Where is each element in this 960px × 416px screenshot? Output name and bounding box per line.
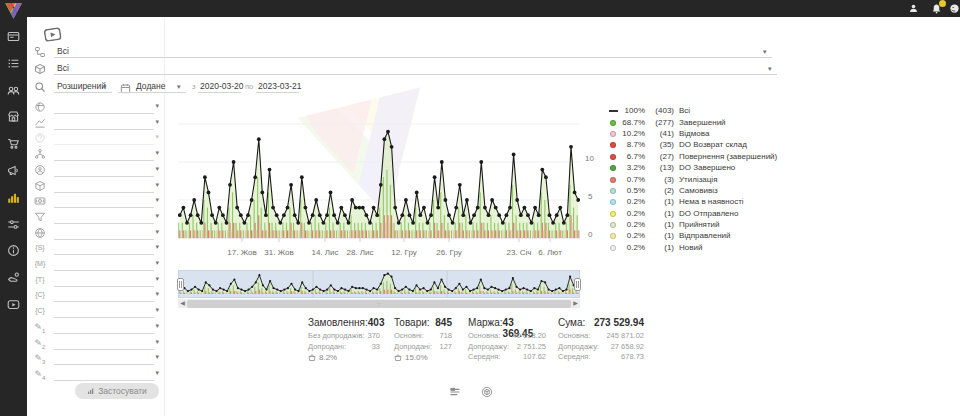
legend-count: (3): [645, 175, 674, 184]
legend-count: (1): [645, 197, 674, 206]
legend-item[interactable]: 100%(403)Всі: [609, 105, 784, 116]
legend-item[interactable]: 0.2%(1)DO Отправлено: [609, 208, 784, 219]
stats-column: Сума:273 529.94Основна:245 871.02Допрода…: [558, 317, 644, 363]
utm-campaign-filter-icon: {С}: [34, 289, 46, 301]
sidebar-item-analytics-icon[interactable]: [7, 191, 20, 204]
legend-dot-marker: [609, 220, 618, 229]
x-axis-tick-label: 26. Гру: [436, 248, 462, 257]
sidebar-item-customers-icon[interactable]: [7, 84, 20, 97]
legend-item[interactable]: 3.2%(13)DO Завершено: [609, 162, 784, 173]
chevron-down-icon: ▾: [103, 83, 107, 91]
sidebar-item-purchases-icon[interactable]: [7, 137, 20, 150]
video-help-icon[interactable]: [43, 26, 62, 41]
legend-item[interactable]: 0.5%(2)Самовивіз: [609, 185, 784, 196]
x-axis-tick-label: 6. Лют: [538, 248, 562, 257]
scroll-right-arrow[interactable]: ▶: [571, 299, 580, 308]
legend-item[interactable]: 68.7%(277)Завершений: [609, 116, 784, 127]
stage-filter-select[interactable]: [54, 116, 154, 130]
payment-filter-select[interactable]: [54, 194, 154, 208]
x-axis-tick-label: 28. Лис: [346, 248, 373, 257]
custom-field-2-filter-select[interactable]: [54, 336, 154, 350]
legend-item[interactable]: 0.2%(1)Новий: [609, 242, 784, 253]
stats-sub-value: 678.73: [621, 352, 644, 363]
legend-item[interactable]: 0.2%(1)Прийнятий: [609, 219, 784, 230]
stats-main-label: Товари:: [394, 317, 430, 331]
manager-filter-select[interactable]: [54, 163, 154, 177]
stats-sub-value: 27 658.92: [611, 342, 644, 353]
sidebar-item-store-icon[interactable]: [7, 110, 20, 123]
website-filter-select[interactable]: [54, 226, 154, 240]
user-icon[interactable]: [908, 3, 919, 14]
search-mode-value: Розширений: [57, 81, 106, 91]
brand-logo[interactable]: [4, 2, 23, 17]
legend-count: (1): [645, 209, 674, 218]
sidebar-item-partners-icon[interactable]: [7, 271, 20, 284]
utm-term-filter-icon: {T}: [34, 274, 46, 286]
search-icon: [34, 79, 46, 91]
custom-field-3-filter-select[interactable]: [54, 351, 154, 365]
orders-chart[interactable]: [178, 99, 580, 243]
legend-item[interactable]: 10.2%(41)Відмова: [609, 128, 784, 139]
stats-sub-label: Основна:: [468, 331, 500, 342]
product-group-select[interactable]: [54, 61, 777, 75]
sidebar-item-automation-icon[interactable]: [7, 218, 20, 231]
products-toggle-icon[interactable]: [481, 384, 493, 396]
stats-main: Замовлення:403: [308, 317, 380, 331]
stats-sub-row: Без допродажів:370: [308, 331, 380, 342]
apply-chart-icon: [87, 387, 95, 395]
stats-sub-row: Допродажу:2 751.25: [468, 342, 546, 353]
utm-content-filter-select[interactable]: [54, 304, 154, 318]
legend-count: (1): [645, 243, 674, 252]
utm-campaign-filter: {С}▾: [27, 288, 164, 303]
custom-field-4-filter-select[interactable]: [54, 367, 154, 381]
chart-range-navigator[interactable]: [178, 270, 580, 298]
sidebar-item-dashboard-icon[interactable]: [7, 30, 20, 43]
sidebar-item-tutorials-icon[interactable]: [7, 298, 20, 311]
legend-item[interactable]: 8.7%(35)DO Возврат склад: [609, 139, 784, 150]
stats-sub-value: 33: [372, 342, 380, 353]
utm-term-filter-select[interactable]: [54, 273, 154, 287]
utm-source-filter-select[interactable]: [54, 241, 154, 255]
topbar: [0, 0, 960, 17]
scrollbar-thumb[interactable]: ∷: [187, 300, 571, 308]
status-group-select[interactable]: [54, 44, 772, 58]
utm-campaign-filter-select[interactable]: [54, 288, 154, 302]
navigator-right-handle[interactable]: [574, 278, 581, 291]
funnel-filter-select[interactable]: [54, 210, 154, 224]
legend-percent: 3.2%: [618, 163, 645, 172]
status-filter-select[interactable]: [54, 100, 154, 114]
legend-item[interactable]: 0.2%(1)Відправлений: [609, 230, 784, 241]
horizontal-scrollbar[interactable]: ◀ ▶ ∷: [178, 299, 580, 308]
chevron-down-icon: ▾: [155, 212, 159, 220]
legend-count: (277): [645, 118, 674, 127]
legend-item[interactable]: 6.7%(27)Повернення (завершений): [609, 151, 784, 162]
structure-filter: ▾: [27, 147, 164, 162]
chevron-down-icon: ▾: [155, 322, 159, 330]
product-filter-select[interactable]: [54, 179, 154, 193]
dot: [610, 199, 616, 205]
utm-medium-filter: {M}▾: [27, 257, 164, 272]
sidebar-item-info-icon[interactable]: [7, 244, 20, 257]
legend-list-toggle-icon[interactable]: [449, 384, 461, 396]
sidebar-item-marketing-icon[interactable]: [7, 164, 20, 177]
utm-medium-filter-select[interactable]: [54, 257, 154, 271]
sidebar-item-orders-icon[interactable]: [7, 57, 20, 70]
custom-field-3-filter-icon: ✎3: [34, 352, 46, 364]
stats-main: Товари:845: [394, 317, 452, 331]
legend-item[interactable]: 0.7%(3)Утилізація: [609, 173, 784, 184]
scroll-left-arrow[interactable]: ◀: [178, 299, 187, 308]
structure-filter-select[interactable]: [54, 147, 154, 161]
legend-label: Утилізація: [679, 175, 717, 184]
x-axis-tick-label: 14. Лис: [311, 248, 338, 257]
payment-filter: ▾: [27, 194, 164, 209]
custom-field-1-filter-select[interactable]: [54, 320, 154, 334]
legend-item[interactable]: 0.2%(1)Нема в наявності: [609, 196, 784, 207]
apply-filters-button[interactable]: Застосувати: [75, 383, 159, 399]
navigator-mini-chart: [179, 271, 579, 297]
navigator-left-handle[interactable]: [177, 278, 184, 291]
legend-count: (35): [645, 140, 674, 149]
y-tick-5: 5: [588, 192, 592, 201]
stage-filter-icon: [34, 117, 46, 129]
support-icon[interactable]: [949, 3, 960, 14]
legend-label: Новий: [679, 243, 702, 252]
